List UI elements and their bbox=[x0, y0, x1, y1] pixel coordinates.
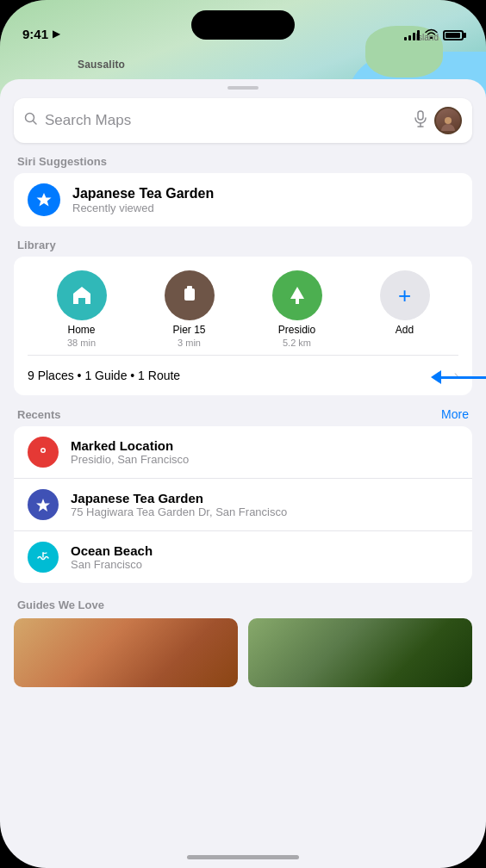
svg-rect-2 bbox=[418, 111, 423, 120]
phone-frame: Sausalito Island 9:41 ▶ bbox=[0, 0, 486, 868]
dynamic-island bbox=[191, 10, 295, 40]
guides-label: Guides We Love bbox=[0, 586, 486, 618]
guides-section: Guides We Love bbox=[0, 586, 486, 687]
library-item-home[interactable]: Home 38 min bbox=[28, 270, 135, 348]
recents-header: Recents More bbox=[0, 395, 486, 426]
recent-item-tea-garden[interactable]: Japanese Tea Garden 75 Hagiwara Tea Gard… bbox=[14, 479, 472, 531]
library-card: Home 38 min Pier 15 3 min bbox=[14, 257, 472, 395]
wifi-icon bbox=[425, 28, 438, 41]
ocean-beach-text: Ocean Beach San Francisco bbox=[71, 543, 458, 571]
search-bar[interactable]: Search Maps bbox=[14, 98, 472, 143]
home-circle-icon bbox=[57, 270, 107, 320]
pier15-item-name: Pier 15 bbox=[172, 324, 205, 336]
library-label: Library bbox=[0, 226, 486, 257]
add-circle-icon: + bbox=[380, 270, 430, 320]
recent-item-marked-location[interactable]: Marked Location Presidio, San Francisco bbox=[14, 426, 472, 479]
guide-thumb-nature[interactable] bbox=[248, 618, 472, 687]
recents-label: Recents bbox=[17, 408, 61, 421]
suggestion-subtitle: Recently viewed bbox=[72, 202, 458, 214]
svg-marker-10 bbox=[290, 287, 304, 299]
ocean-beach-icon bbox=[28, 542, 59, 573]
arrow-line bbox=[441, 376, 486, 379]
signal-bars-icon bbox=[404, 30, 420, 40]
status-time: 9:41 ▶ bbox=[22, 27, 59, 41]
battery-icon bbox=[443, 30, 464, 40]
tea-garden-subtitle: 75 Hagiwara Tea Garden Dr, San Francisco bbox=[71, 505, 458, 518]
svg-rect-11 bbox=[296, 299, 299, 304]
search-icon bbox=[24, 112, 38, 129]
tea-garden-icon bbox=[28, 489, 59, 520]
marked-location-title: Marked Location bbox=[71, 438, 458, 453]
more-button[interactable]: More bbox=[441, 407, 469, 421]
recents-card: Marked Location Presidio, San Francisco … bbox=[14, 426, 472, 583]
guide-thumb-food[interactable] bbox=[14, 618, 238, 687]
presidio-item-name: Presidio bbox=[278, 324, 315, 336]
library-item-pier15[interactable]: Pier 15 3 min bbox=[135, 270, 243, 348]
library-footer-text: 9 Places • 1 Guide • 1 Route bbox=[28, 369, 180, 382]
arrow-head-icon bbox=[431, 370, 441, 384]
home-indicator bbox=[187, 855, 299, 859]
svg-marker-14 bbox=[36, 499, 50, 512]
library-item-add[interactable]: + Add bbox=[351, 270, 458, 338]
library-item-presidio[interactable]: Presidio 5.2 km bbox=[243, 270, 351, 348]
suggestion-item[interactable]: Japanese Tea Garden Recently viewed bbox=[14, 173, 472, 226]
map-location-label: Sausalito bbox=[78, 59, 125, 71]
svg-rect-8 bbox=[187, 286, 192, 290]
microphone-icon[interactable] bbox=[414, 110, 427, 131]
home-item-sub: 38 min bbox=[67, 338, 96, 348]
library-icons-row: Home 38 min Pier 15 3 min bbox=[14, 257, 472, 355]
svg-rect-9 bbox=[188, 295, 191, 301]
avatar[interactable] bbox=[434, 107, 462, 134]
marked-location-text: Marked Location Presidio, San Francisco bbox=[71, 438, 458, 466]
recent-item-ocean-beach[interactable]: Ocean Beach San Francisco bbox=[14, 531, 472, 583]
guides-thumbnails bbox=[0, 618, 486, 687]
blue-arrow-indicator bbox=[431, 370, 486, 384]
suggestion-title: Japanese Tea Garden bbox=[72, 186, 458, 202]
ocean-beach-title: Ocean Beach bbox=[71, 543, 458, 558]
suggestions-card: Japanese Tea Garden Recently viewed bbox=[14, 173, 472, 226]
library-footer[interactable]: 9 Places • 1 Guide • 1 Route › bbox=[14, 356, 472, 395]
suggestion-icon bbox=[28, 183, 60, 216]
location-arrow-icon: ▶ bbox=[53, 28, 59, 40]
marked-location-icon bbox=[28, 437, 59, 468]
svg-point-5 bbox=[445, 117, 452, 124]
marked-location-subtitle: Presidio, San Francisco bbox=[71, 453, 458, 466]
svg-marker-6 bbox=[37, 193, 52, 207]
suggestion-text: Japanese Tea Garden Recently viewed bbox=[72, 186, 458, 214]
sheet-handle bbox=[227, 86, 259, 90]
search-placeholder: Search Maps bbox=[45, 112, 407, 129]
ocean-beach-subtitle: San Francisco bbox=[71, 558, 458, 571]
presidio-circle-icon bbox=[272, 270, 322, 320]
presidio-item-sub: 5.2 km bbox=[283, 338, 311, 348]
pier15-circle-icon bbox=[165, 270, 215, 320]
main-sheet: Search Maps Siri Suggestions bbox=[0, 79, 486, 868]
siri-suggestions-label: Siri Suggestions bbox=[0, 143, 486, 173]
svg-point-13 bbox=[42, 450, 45, 452]
svg-line-1 bbox=[34, 121, 37, 125]
add-item-name: Add bbox=[396, 324, 414, 336]
tea-garden-title: Japanese Tea Garden bbox=[71, 491, 458, 505]
status-icons bbox=[404, 28, 464, 41]
home-item-name: Home bbox=[67, 324, 95, 336]
tea-garden-text: Japanese Tea Garden 75 Hagiwara Tea Gard… bbox=[71, 491, 458, 518]
pier15-item-sub: 3 min bbox=[178, 338, 201, 348]
